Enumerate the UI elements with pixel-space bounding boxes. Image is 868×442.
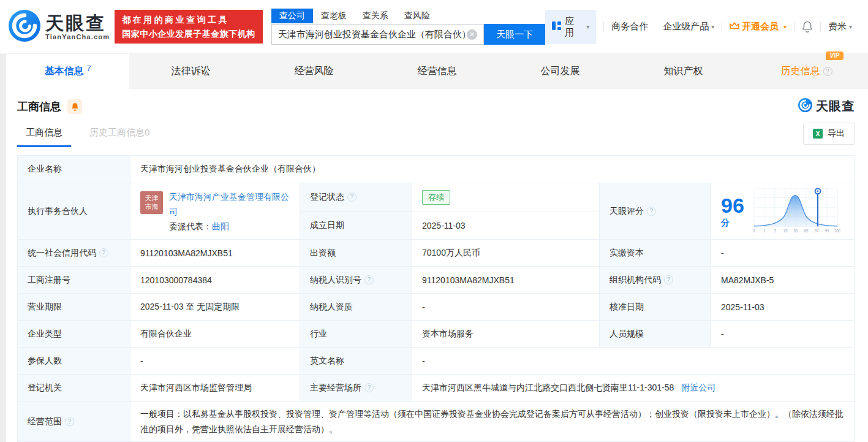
help-icon[interactable] xyxy=(364,383,374,392)
reg-number-value: 120103000784384 xyxy=(130,267,300,294)
insured-count-value: - xyxy=(130,348,300,375)
field-label: 行业 xyxy=(300,321,412,348)
tab-basic-info[interactable]: 基本信息 7 xyxy=(6,54,129,89)
field-label: 纳税人资质 xyxy=(300,294,412,321)
slogan-line2: 国家中小企业发展子基金旗下机构 xyxy=(122,27,255,40)
field-label: 经营范围 xyxy=(18,402,130,442)
search-block: 查公司 查老板 查关系 查风险 天眼一下 xyxy=(271,9,545,45)
field-label: 核准日期 xyxy=(600,294,711,321)
clear-search-icon[interactable] xyxy=(467,29,477,40)
field-label: 成立日期 xyxy=(300,211,412,240)
apps-label: 应用 xyxy=(565,15,580,39)
field-label: 人员规模 xyxy=(600,321,711,348)
tab-legal-proceedings[interactable]: 法律诉讼 xyxy=(129,54,252,89)
svg-text:50: 50 xyxy=(793,229,798,233)
crown-icon xyxy=(730,21,739,32)
main-tabnav: 基本信息 7 法律诉讼 经营风险 经营信息 公司发展 知识产权 历史信息 VIP xyxy=(6,54,868,89)
field-label: 企业类型 xyxy=(18,321,130,348)
svg-text:1: 1 xyxy=(763,229,766,233)
help-icon[interactable] xyxy=(347,192,357,202)
nearby-companies-link[interactable]: 附近公司 xyxy=(681,383,715,392)
search-tab-company[interactable]: 查公司 xyxy=(271,9,313,23)
nav-open-vip[interactable]: 开通会员 xyxy=(730,21,787,32)
field-label: 登记机关 xyxy=(18,375,130,402)
tab-history-info[interactable]: 历史信息 VIP xyxy=(745,54,868,89)
user-menu[interactable]: 费米 xyxy=(828,21,852,32)
search-tab-relation[interactable]: 查关系 xyxy=(355,9,396,23)
tab-company-development[interactable]: 公司发展 xyxy=(499,54,622,89)
chevron-down-icon xyxy=(586,23,589,30)
help-icon[interactable] xyxy=(664,275,673,284)
table-row: 工商注册号 120103000784384 纳税人识别号 91120103MA8… xyxy=(18,267,855,294)
industry-value: 资本市场服务 xyxy=(412,321,600,348)
divider xyxy=(603,22,604,31)
help-icon[interactable] xyxy=(647,207,656,216)
subscribe-bell-icon[interactable] xyxy=(67,99,82,114)
english-name-value: - xyxy=(412,348,855,375)
rep-name-link[interactable]: 曲阳 xyxy=(212,221,229,231)
nav-cooperation[interactable]: 商务合作 xyxy=(611,21,648,32)
top-nav: 应用 商务合作 企业级产品 开通会员 费米 xyxy=(545,10,859,44)
nav-enterprise-products[interactable]: 企业级产品 xyxy=(663,21,714,32)
search-tab-risk[interactable]: 查风险 xyxy=(396,9,438,23)
score-distribution-chart: 0 1 3 15 50 85 97 99 100 xyxy=(751,186,840,237)
top-header: 天眼查 TianYanCha.com 都在用的商业查询工具 国家中小企业发展子基… xyxy=(0,0,868,54)
tab-intellectual-property[interactable]: 知识产权 xyxy=(622,54,745,89)
table-row: 执行事务合伙人 天津 市海 天津市海河产业基金管理有限公司 委派代表：曲阳 xyxy=(18,183,855,211)
search-button[interactable]: 天眼一下 xyxy=(484,24,545,45)
tab-label: 法律诉讼 xyxy=(172,65,211,78)
field-label: 参保人数 xyxy=(18,348,130,375)
watermark-text: 天眼查 xyxy=(816,98,855,115)
company-name-value: 天津市海河创业投资基金合伙企业（有限合伙） xyxy=(130,156,855,183)
tab-label: 知识产权 xyxy=(664,65,703,78)
credit-code-value: 91120103MA82MJXB51 xyxy=(130,240,300,267)
help-icon[interactable] xyxy=(823,67,832,76)
svg-text:97: 97 xyxy=(815,229,820,233)
username: 费米 xyxy=(828,21,847,32)
apps-menu[interactable]: 应用 xyxy=(545,10,596,44)
help-icon[interactable] xyxy=(364,275,374,284)
svg-text:15: 15 xyxy=(783,229,788,233)
svg-text:3: 3 xyxy=(774,229,776,233)
slogan-banner: 都在用的商业查询工具 国家中小企业发展子基金旗下机构 xyxy=(115,10,263,44)
tianyancha-swirl-icon xyxy=(798,98,812,115)
field-label: 登记状态 xyxy=(300,183,412,211)
tab-operating-risk[interactable]: 经营风险 xyxy=(252,54,376,89)
tab-operating-info[interactable]: 经营信息 xyxy=(376,54,499,89)
excel-icon xyxy=(813,129,823,139)
org-code-value: MA82MJXB-5 xyxy=(711,267,855,294)
subtab-history-business-info[interactable]: 历史工商信息0 xyxy=(81,121,158,147)
score-value: 96 xyxy=(721,194,744,217)
enterprise-label: 企业级产品 xyxy=(663,21,709,32)
export-button[interactable]: 导出 xyxy=(803,123,855,145)
field-label: 主要经营场所 xyxy=(300,375,412,402)
search-tab-boss[interactable]: 查老板 xyxy=(313,9,355,23)
svg-text:0: 0 xyxy=(753,229,755,233)
section-title: 工商信息 xyxy=(17,99,61,114)
table-row: 营业期限 2025-11-03 至 无固定期限 纳税人资质 - 核准日期 202… xyxy=(18,294,855,321)
subtab-business-info[interactable]: 工商信息 xyxy=(17,121,71,147)
field-label: 工商注册号 xyxy=(18,267,130,294)
taxpayer-quality-value: - xyxy=(412,294,600,321)
vip-badge: VIP xyxy=(826,51,843,60)
table-row: 参保人数 - 英文名称 - xyxy=(18,348,855,375)
paid-capital-value: - xyxy=(711,240,855,267)
apps-grid-icon xyxy=(552,21,561,32)
table-row: 经营范围 一般项目：以私募基金从事股权投资、投资管理、资产管理等活动（须在中国证… xyxy=(18,402,855,442)
search-input[interactable] xyxy=(278,29,467,40)
vip-label: 开通会员 xyxy=(742,21,779,32)
tianyancha-logo[interactable]: 天眼查 TianYanCha.com xyxy=(9,10,110,44)
field-label: 实缴资本 xyxy=(600,240,711,267)
tab-label: 经营风险 xyxy=(295,65,334,78)
help-icon[interactable] xyxy=(99,248,108,257)
tab-label: 经营信息 xyxy=(418,65,457,78)
help-icon[interactable] xyxy=(65,417,74,426)
notifications-bell-icon[interactable] xyxy=(802,21,813,32)
field-label: 企业名称 xyxy=(18,156,130,183)
field-label: 天眼评分 xyxy=(600,183,711,240)
tab-label: 公司发展 xyxy=(541,65,580,78)
partner-company-link[interactable]: 天津市海河产业基金管理有限公司 xyxy=(169,192,289,216)
table-row: 企业名称 天津市海河创业投资基金合伙企业（有限合伙） xyxy=(18,156,855,183)
company-type-value: 有限合伙企业 xyxy=(130,321,300,348)
table-row: 登记机关 天津市河西区市场监督管理局 主要经营场所 天津市河西区黑牛城道与内江北… xyxy=(18,375,855,402)
